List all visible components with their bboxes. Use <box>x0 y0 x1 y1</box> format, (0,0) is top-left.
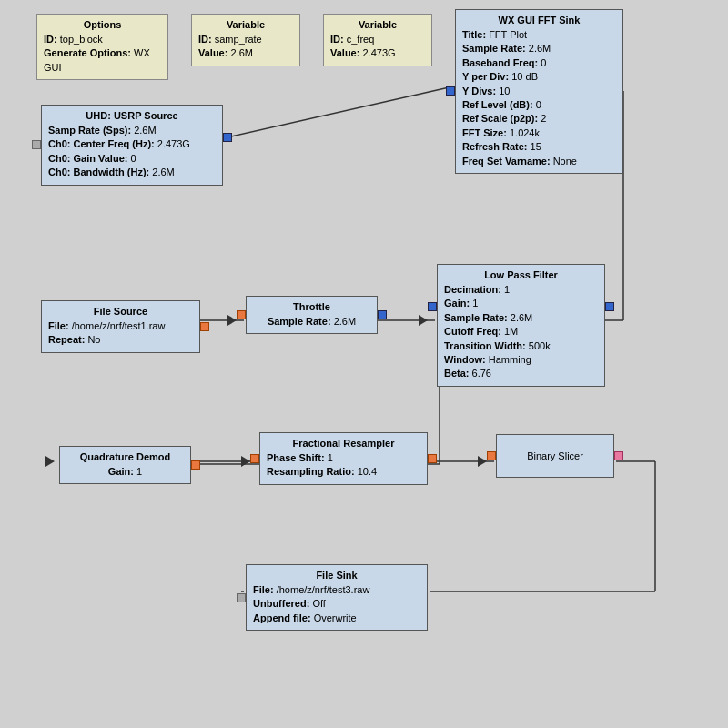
var1-block: Variable ID: samp_rate Value: 2.6M <box>191 14 300 66</box>
main-canvas: Options ID: top_block Generate Options: … <box>0 0 728 728</box>
resampler-output-port <box>428 454 437 463</box>
options-id-label: ID: <box>44 34 57 45</box>
fft-block: WX GUI FFT Sink Title: FFT Plot Sample R… <box>455 9 623 174</box>
lpf-input-port <box>428 302 437 311</box>
var2-title: Variable <box>330 19 425 30</box>
uhd-input-port <box>32 140 41 149</box>
arrow-throttle-lpf <box>419 315 428 326</box>
quad-title: Quadrature Demod <box>66 451 184 462</box>
throttle-output-port <box>378 310 387 319</box>
filesink-block: File Sink File: /home/z/nrf/test3.raw Un… <box>246 564 428 631</box>
var1-id-label: ID: <box>198 34 212 45</box>
filesrc-block: File Source File: /home/z/nrf/test1.raw … <box>41 300 200 353</box>
lpf-title: Low Pass Filter <box>444 269 598 280</box>
var1-val-val: 2.6M <box>230 47 252 58</box>
filesink-input-port <box>237 593 246 602</box>
bslicer-output-port <box>614 451 623 460</box>
bslicer-input-port <box>487 451 496 460</box>
lpf-output-port <box>605 302 614 311</box>
var2-block: Variable ID: c_freq Value: 2.473G <box>323 14 432 66</box>
var1-id-val: samp_rate <box>215 34 262 45</box>
arrow-lpf-quad <box>46 456 55 467</box>
quad-block: Quadrature Demod Gain: 1 <box>59 446 191 484</box>
options-gen-label: Generate Options: <box>44 47 131 58</box>
svg-line-0 <box>223 86 453 138</box>
var2-id-label: ID: <box>330 34 344 45</box>
filesrc-output-port <box>200 322 209 331</box>
uhd-block: UHD: USRP Source Samp Rate (Sps): 2.6M C… <box>41 105 223 186</box>
throttle-title: Throttle <box>253 301 370 312</box>
arrow-filesrc-throttle <box>228 315 237 326</box>
arrow-quad-resampler <box>241 456 250 467</box>
options-id-val: top_block <box>60 34 103 45</box>
options-block: Options ID: top_block Generate Options: … <box>36 14 168 80</box>
lpf-block: Low Pass Filter Decimation: 1 Gain: 1 Sa… <box>437 264 605 387</box>
filesink-title: File Sink <box>253 570 420 581</box>
var1-val-label: Value: <box>198 47 228 58</box>
bslicer-block: Binary Slicer <box>496 434 614 478</box>
uhd-output-port <box>223 133 232 142</box>
throttle-block: Throttle Sample Rate: 2.6M <box>246 296 378 334</box>
options-title: Options <box>44 19 161 30</box>
resampler-block: Fractional Resampler Phase Shift: 1 Resa… <box>259 432 428 485</box>
var2-val-val: 2.473G <box>362 47 395 58</box>
resampler-title: Fractional Resampler <box>267 438 420 449</box>
var2-id-val: c_freq <box>347 34 375 45</box>
throttle-input-port <box>237 310 246 319</box>
bslicer-label: Binary Slicer <box>503 440 607 472</box>
fft-title: WX GUI FFT Sink <box>462 15 616 25</box>
resampler-input-port <box>250 454 259 463</box>
filesrc-title: File Source <box>48 306 193 317</box>
arrow-resampler-bslicer <box>478 456 487 467</box>
fft-input-port <box>446 86 455 96</box>
var2-val-label: Value: <box>330 47 359 58</box>
quad-output-port <box>191 460 200 470</box>
uhd-title: UHD: USRP Source <box>48 110 216 121</box>
var1-title: Variable <box>198 19 293 30</box>
